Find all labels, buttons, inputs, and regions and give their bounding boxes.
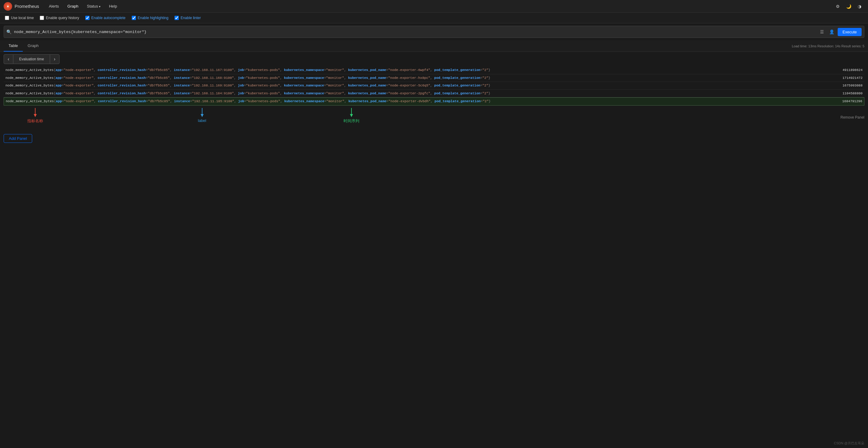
result-value-3: 1104588800 [826, 92, 863, 95]
enable-query-history-checkbox[interactable] [40, 16, 44, 20]
enable-query-history-option[interactable]: Enable query history [40, 16, 79, 20]
table-row: node_memory_Active_bytes{app="node-expor… [4, 74, 864, 82]
nav-links: Alerts Graph Status Help [45, 2, 121, 10]
annotation-area: 指标名称 label 时间序列 Remove Panel [4, 108, 864, 129]
enable-query-history-label: Enable query history [46, 16, 79, 20]
annotation-blue-arrow [200, 114, 204, 117]
enable-autocomplete-option[interactable]: Enable autocomplete [85, 16, 126, 20]
execute-button[interactable]: Execute [838, 28, 862, 36]
enable-highlighting-label: Enable highlighting [138, 16, 168, 20]
search-actions: ☰ 👤 [817, 28, 836, 36]
load-info: Load time: 13ms Resolution: 14s Result s… [792, 44, 864, 48]
remove-panel-row: Remove Panel [4, 114, 864, 121]
options-bar: Use local time Enable query history Enab… [0, 13, 868, 23]
navbar: Prometheus Alerts Graph Status Help ⚙ 🌙 … [0, 0, 868, 13]
enable-autocomplete-checkbox[interactable] [85, 16, 90, 20]
table-row: node_memory_Active_bytes{app="node-expor… [4, 90, 864, 98]
tab-table[interactable]: Table [4, 40, 23, 52]
use-local-time-label: Use local time [11, 16, 34, 20]
result-value-0: 4911898624 [826, 68, 863, 72]
navbar-right: ⚙ 🌙 ◑ [833, 2, 864, 11]
alerts-link[interactable]: Alerts [45, 2, 63, 10]
enable-autocomplete-label: Enable autocomplete [91, 16, 126, 20]
table-row: node_memory_Active_bytes{app="node-expor… [4, 82, 864, 90]
gear-icon[interactable]: ⚙ [833, 2, 842, 11]
annotation-label-text: label [198, 118, 206, 123]
graph-link[interactable]: Graph [64, 2, 82, 10]
panel: ‹ Evaluation time › node_memory_Active_b… [4, 54, 864, 129]
annotation-metric-label: 指标名称 [27, 118, 43, 124]
use-local-time-option[interactable]: Use local time [5, 16, 34, 20]
annotation-red-line [35, 108, 35, 114]
enable-linter-checkbox[interactable] [175, 16, 179, 20]
annotation-green-arrow [350, 114, 353, 117]
status-link[interactable]: Status [83, 2, 104, 10]
results-container: node_memory_Active_bytes{app="node-expor… [4, 66, 864, 105]
annotation-metric-name: 指标名称 [27, 108, 43, 124]
eval-next-button[interactable]: › [50, 54, 60, 64]
result-value-1: 1714921472 [826, 76, 863, 80]
history-list-icon[interactable]: ☰ [817, 28, 826, 36]
result-value-4: 1684791296 [826, 99, 862, 103]
table-row: node_memory_Active_bytes{app="node-expor… [4, 97, 864, 105]
user-icon[interactable]: 👤 [827, 28, 836, 36]
annotation-time-series-label: 时间序列 [344, 118, 359, 124]
eval-time-label: Evaluation time [13, 54, 50, 64]
annotation-red-arrow [34, 114, 37, 117]
annotation-label-area: label [198, 108, 206, 123]
add-panel-button[interactable]: Add Panel [4, 134, 32, 143]
enable-linter-label: Enable linter [181, 16, 201, 20]
eval-time-row: ‹ Evaluation time › [4, 54, 864, 64]
brand: Prometheus [4, 2, 39, 11]
result-metric-1: node_memory_Active_bytes{app="node-expor… [5, 75, 826, 81]
search-icon: 🔍 [6, 29, 11, 34]
help-link[interactable]: Help [105, 2, 121, 10]
moon-icon[interactable]: 🌙 [844, 2, 854, 11]
svg-point-1 [7, 5, 9, 7]
enable-linter-option[interactable]: Enable linter [175, 16, 201, 20]
prometheus-logo [4, 2, 12, 11]
result-metric-2: node_memory_Active_bytes{app="node-expor… [5, 83, 826, 88]
enable-highlighting-option[interactable]: Enable highlighting [132, 16, 168, 20]
eval-prev-button[interactable]: ‹ [4, 54, 13, 64]
use-local-time-checkbox[interactable] [5, 16, 9, 20]
watermark: CSDN @月巴左耳朵 [834, 441, 864, 446]
result-metric-3: node_memory_Active_bytes{app="node-expor… [5, 91, 826, 96]
table-row: node_memory_Active_bytes{app="node-expor… [4, 66, 864, 74]
result-metric-4: node_memory_Active_bytes{app="node-expor… [6, 99, 826, 104]
annotation-time-series: 时间序列 [344, 108, 359, 124]
search-input[interactable] [14, 30, 817, 34]
enable-highlighting-checkbox[interactable] [132, 16, 136, 20]
contrast-icon[interactable]: ◑ [855, 2, 864, 11]
tab-graph[interactable]: Graph [23, 40, 43, 52]
annotation-blue-line [202, 108, 203, 114]
tabs-bar: Table Graph Load time: 13ms Resolution: … [0, 40, 868, 52]
remove-panel-button[interactable]: Remove Panel [840, 115, 864, 120]
result-value-2: 1675993088 [826, 84, 863, 87]
app-title: Prometheus [14, 4, 39, 9]
result-metric-0: node_memory_Active_bytes{app="node-expor… [5, 68, 826, 73]
annotation-green-line [351, 108, 352, 114]
search-bar: 🔍 ☰ 👤 Execute [4, 26, 864, 38]
